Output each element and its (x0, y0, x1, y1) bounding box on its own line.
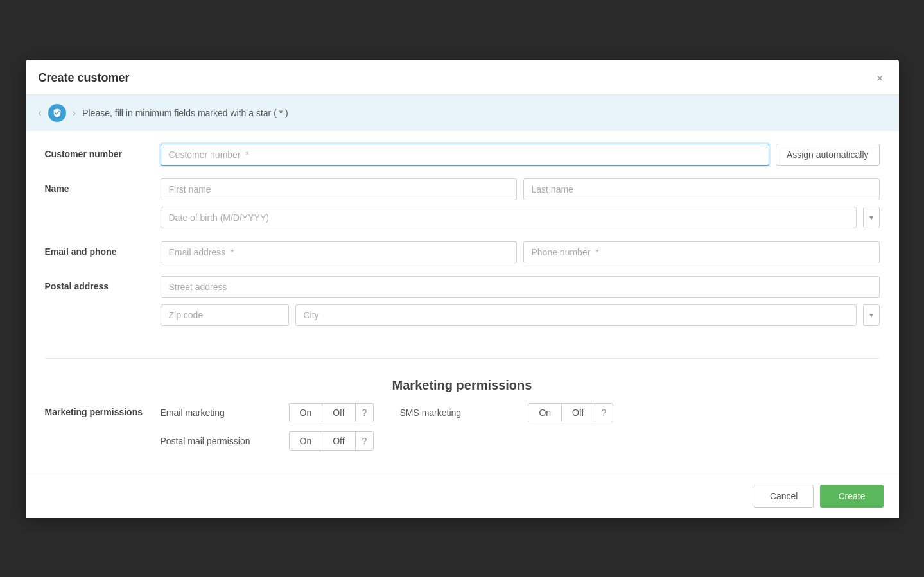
postal-address-row: Postal address Country (45, 276, 880, 326)
country-select[interactable]: Country (863, 304, 880, 326)
marketing-permissions-row: Marketing permissions Email marketing On… (45, 403, 880, 451)
banner-message: Please, fill in minimum fields marked wi… (82, 108, 288, 118)
last-name-input[interactable] (523, 178, 880, 200)
city-input[interactable] (295, 304, 857, 326)
create-customer-modal: Create customer × ‹ › Please, fill in mi… (26, 60, 899, 518)
zip-input[interactable] (161, 304, 289, 326)
sms-on-button[interactable]: On (528, 404, 562, 422)
email-marketing-item: Email marketing On Off ? (161, 403, 374, 422)
modal-title: Create customer (39, 71, 130, 85)
name-row: Name Language (45, 178, 880, 228)
marketing-section-title: Marketing permissions (26, 365, 899, 403)
sms-off-button[interactable]: Off (562, 404, 595, 422)
email-off-button[interactable]: Off (322, 404, 355, 422)
shield-icon (48, 104, 66, 122)
postal-fields: Country (161, 276, 880, 326)
name-label: Name (45, 178, 161, 194)
first-name-input[interactable] (161, 178, 517, 200)
modal-header: Create customer × (26, 60, 899, 95)
permissions-section: Marketing permissions Email marketing On… (26, 403, 899, 474)
email-phone-row: Email and phone (45, 241, 880, 263)
country-select-wrapper: Country (863, 304, 880, 326)
customer-number-input-wrap (161, 144, 769, 166)
assign-automatically-button[interactable]: Assign automatically (776, 144, 880, 166)
modal-overlay: Create customer × ‹ › Please, fill in mi… (0, 0, 924, 577)
phone-input[interactable] (523, 241, 880, 263)
cancel-button[interactable]: Cancel (754, 485, 814, 508)
marketing-permissions-label: Marketing permissions (45, 403, 161, 417)
postal-label: Postal address (45, 276, 161, 291)
customer-number-row: Customer number Assign automatically (45, 144, 880, 166)
next-arrow[interactable]: › (73, 107, 76, 119)
postal-toggle-group: On Off ? (289, 431, 374, 451)
sms-marketing-item: SMS marketing On Off ? (399, 403, 613, 422)
postal-off-button[interactable]: Off (322, 432, 355, 450)
close-button[interactable]: × (874, 70, 886, 87)
name-bottom-row: Language (161, 207, 880, 228)
email-sms-row: Email marketing On Off ? SMS marketing (161, 403, 880, 422)
form-section: Customer number Assign automatically Nam… (26, 131, 899, 352)
info-banner: ‹ › Please, fill in minimum fields marke… (26, 95, 899, 131)
postal-mail-label: Postal mail permission (161, 436, 289, 446)
language-select[interactable]: Language (863, 207, 880, 228)
dob-input[interactable] (161, 207, 857, 228)
create-button[interactable]: Create (820, 485, 883, 508)
email-input[interactable] (161, 241, 517, 263)
postal-help-button[interactable]: ? (356, 432, 374, 450)
email-toggle-group: On Off ? (289, 403, 374, 422)
sms-marketing-label: SMS marketing (399, 408, 528, 418)
sms-help-button[interactable]: ? (595, 404, 613, 422)
prev-arrow[interactable]: ‹ (39, 107, 42, 119)
email-help-button[interactable]: ? (356, 404, 374, 422)
postal-bottom-row: Country (161, 304, 880, 326)
email-marketing-label: Email marketing (161, 408, 289, 418)
street-input[interactable] (161, 276, 880, 298)
customer-number-input[interactable] (161, 144, 769, 166)
modal-body: Customer number Assign automatically Nam… (26, 131, 899, 474)
customer-number-label: Customer number (45, 144, 161, 159)
email-phone-fields (161, 241, 880, 263)
postal-on-button[interactable]: On (290, 432, 323, 450)
name-fields: Language (161, 178, 880, 228)
language-select-wrapper: Language (863, 207, 880, 228)
postal-mail-item: Postal mail permission On Off ? (161, 431, 880, 451)
email-phone-inner-row (161, 241, 880, 263)
email-phone-label: Email and phone (45, 241, 161, 257)
name-top-row (161, 178, 880, 200)
email-on-button[interactable]: On (290, 404, 323, 422)
section-divider (45, 358, 880, 359)
permissions-fields: Email marketing On Off ? SMS marketing (161, 403, 880, 451)
sms-toggle-group: On Off ? (528, 403, 613, 422)
modal-footer: Cancel Create (26, 474, 899, 518)
